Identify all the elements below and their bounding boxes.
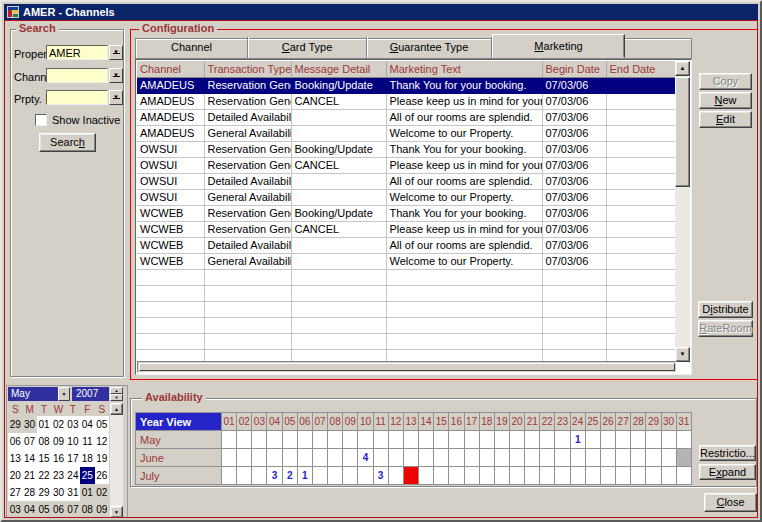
availability-cell[interactable] (434, 449, 449, 467)
calendar-day[interactable]: 07 (22, 433, 36, 450)
column-header[interactable]: Message Detail (291, 61, 386, 77)
availability-cell[interactable] (509, 449, 524, 467)
column-header[interactable]: Transaction Type (204, 61, 291, 77)
availability-cell[interactable] (388, 431, 403, 449)
availability-cell[interactable] (676, 467, 691, 485)
availability-cell[interactable] (646, 449, 661, 467)
availability-cell[interactable] (449, 431, 464, 449)
calendar-day[interactable]: 25 (80, 467, 94, 484)
availability-cell[interactable] (419, 449, 434, 467)
calendar-day[interactable]: 24 (66, 467, 80, 484)
availability-cell[interactable] (540, 431, 555, 449)
availability-cell[interactable] (631, 431, 646, 449)
availability-cell[interactable] (373, 449, 388, 467)
show-inactive-checkbox[interactable] (35, 114, 47, 126)
availability-cell[interactable] (479, 431, 494, 449)
year-view-header[interactable]: Year View (136, 413, 222, 431)
column-header[interactable]: Marketing Text (386, 61, 542, 77)
availability-cell[interactable]: 2 (282, 467, 297, 485)
availability-cell[interactable] (343, 449, 358, 467)
calendar-day[interactable]: 05 (95, 416, 109, 433)
expand-button[interactable]: Expand (699, 464, 756, 480)
availability-cell[interactable] (388, 467, 403, 485)
calendar-day[interactable]: 06 (51, 501, 65, 518)
availability-cell[interactable] (585, 431, 600, 449)
availability-cell[interactable] (676, 449, 691, 467)
tab-guarantee-type[interactable]: Guarantee Type (367, 37, 492, 58)
calendar-day[interactable]: 06 (8, 433, 22, 450)
edit-button[interactable]: Edit (699, 111, 752, 128)
availability-cell[interactable] (222, 449, 237, 467)
chevron-down-icon[interactable]: ▼ (58, 387, 70, 401)
availability-cell[interactable] (449, 449, 464, 467)
availability-cell[interactable] (600, 467, 615, 485)
availability-cell[interactable] (509, 431, 524, 449)
calendar-day[interactable]: 11 (80, 433, 94, 450)
calendar-day[interactable]: 26 (95, 467, 109, 484)
scroll-down-icon[interactable]: ▼ (675, 347, 690, 362)
calendar-day[interactable]: 09 (95, 501, 109, 518)
availability-cell[interactable] (267, 431, 282, 449)
calendar-day[interactable]: 01 (37, 416, 51, 433)
table-row[interactable]: WCWEBGeneral AvailabilityWelcome to our … (137, 253, 677, 269)
table-row[interactable]: WCWEBReservation GeneralBooking/UpdateTh… (137, 205, 677, 221)
distribute-button[interactable]: Distribute (698, 301, 753, 318)
availability-cell[interactable] (237, 449, 252, 467)
spin-down-icon[interactable]: ▼ (110, 394, 123, 401)
availability-cell[interactable] (252, 467, 267, 485)
availability-cell[interactable] (540, 467, 555, 485)
availability-cell[interactable] (494, 449, 509, 467)
rateroom-button[interactable]: RateRoom (698, 320, 753, 337)
availability-cell[interactable] (282, 431, 297, 449)
availability-cell[interactable] (555, 449, 570, 467)
tab-channel[interactable]: Channel (136, 37, 248, 58)
availability-cell[interactable] (358, 467, 373, 485)
scroll-up-icon[interactable]: ▲ (675, 61, 690, 76)
calendar-year-field[interactable]: 2007 (72, 387, 109, 401)
table-row[interactable]: OWSUIGeneral AvailabilityWelcome to our … (137, 189, 677, 205)
table-row[interactable]: AMADEUSReservation GeneralCANCELPlease k… (137, 93, 677, 109)
calendar-day[interactable]: 14 (22, 450, 36, 467)
table-row[interactable]: AMADEUSDetailed AvailabilityAll of our r… (137, 109, 677, 125)
calendar-day[interactable]: 18 (80, 450, 94, 467)
availability-cell[interactable] (343, 467, 358, 485)
availability-cell[interactable] (464, 431, 479, 449)
availability-cell[interactable] (585, 449, 600, 467)
calendar-day[interactable]: 10 (66, 433, 80, 450)
availability-cell[interactable]: 3 (267, 467, 282, 485)
table-row[interactable]: AMADEUSGeneral AvailabilityWelcome to ou… (137, 125, 677, 141)
calendar-day[interactable]: 22 (37, 467, 51, 484)
calendar-day[interactable]: 16 (51, 450, 65, 467)
availability-cell[interactable] (237, 467, 252, 485)
close-button[interactable]: Close (704, 493, 757, 512)
availability-cell[interactable] (373, 431, 388, 449)
availability-cell[interactable] (616, 431, 631, 449)
availability-cell[interactable] (449, 467, 464, 485)
calendar-day[interactable]: 30 (22, 416, 36, 433)
table-horizontal-scrollbar[interactable] (137, 361, 677, 373)
new-button[interactable]: New (699, 92, 752, 109)
availability-cell[interactable] (328, 431, 343, 449)
calendar-day[interactable]: 04 (22, 501, 36, 518)
availability-cell[interactable] (525, 449, 540, 467)
availability-cell[interactable] (312, 467, 327, 485)
availability-cell[interactable]: 4 (358, 449, 373, 467)
calendar-day[interactable]: 27 (8, 484, 22, 501)
calendar-day[interactable]: 02 (95, 484, 109, 501)
calendar-day[interactable]: 02 (51, 416, 65, 433)
table-row[interactable]: OWSUIDetailed AvailabilityAll of our roo… (137, 173, 677, 189)
scrollbar-thumb[interactable] (139, 363, 675, 371)
availability-cell[interactable] (509, 467, 524, 485)
availability-cell[interactable] (312, 449, 327, 467)
availability-cell[interactable] (600, 449, 615, 467)
calendar-day[interactable]: 15 (37, 450, 51, 467)
availability-cell[interactable] (570, 467, 585, 485)
availability-cell[interactable]: 1 (570, 431, 585, 449)
calendar-day[interactable]: 08 (80, 501, 94, 518)
table-row[interactable]: OWSUIReservation GeneralCANCELPlease kee… (137, 157, 677, 173)
availability-cell[interactable] (494, 467, 509, 485)
availability-cell[interactable] (267, 449, 282, 467)
scroll-down-icon[interactable]: ▼ (110, 506, 123, 518)
availability-cell[interactable] (540, 449, 555, 467)
availability-cell[interactable] (661, 467, 676, 485)
